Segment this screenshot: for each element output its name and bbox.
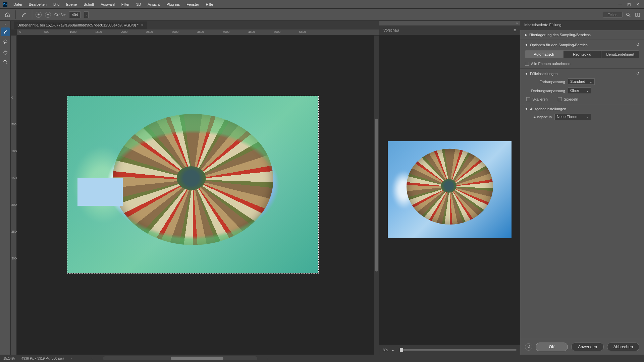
ruler-tick: 1000	[70, 30, 76, 34]
canvas-image	[67, 96, 318, 273]
fill-panel-title: Inhaltsbasierte Füllung	[520, 21, 644, 30]
color-adaptation-dropdown[interactable]: Standard⌄	[568, 78, 595, 85]
lasso-tool[interactable]	[1, 38, 10, 46]
panel-menu-icon[interactable]: ≡	[514, 28, 516, 33]
menu-view[interactable]: Ansicht	[144, 2, 163, 6]
rotation-adaptation-dropdown[interactable]: Ohne⌄	[568, 87, 591, 94]
menu-edit[interactable]: Bearbeiten	[25, 2, 50, 6]
chevron-right-icon[interactable]: ›	[267, 357, 268, 360]
preview-viewport[interactable]	[379, 35, 520, 345]
menu-select[interactable]: Auswahl	[97, 2, 118, 6]
subtract-brush-button[interactable]: −	[45, 12, 51, 18]
sampling-brush-tool[interactable]	[1, 27, 10, 36]
size-dropdown[interactable]: ⌄	[84, 11, 89, 18]
checkbox-scale-label: Skalieren	[532, 97, 548, 101]
document-tab[interactable]: Unbenannt-1 bei 15,1% (7a9f1960ae00dd9fc…	[14, 21, 147, 29]
search-icon[interactable]	[625, 11, 632, 18]
svg-point-0	[627, 13, 629, 16]
size-label: Größe:	[54, 13, 66, 17]
menu-image[interactable]: Bild	[50, 2, 63, 6]
checkbox-scale[interactable]	[526, 97, 530, 101]
section-sampling-overlay: ▶ Überlagerung des Sampling-Bereichs	[520, 30, 644, 40]
checkbox-mirror[interactable]	[558, 97, 562, 101]
zoom-slider[interactable]	[400, 349, 517, 351]
section-header-fill[interactable]: ▼ Fülleinstellungen ↺	[525, 71, 639, 76]
output-to-dropdown[interactable]: Neue Ebene⌄	[554, 114, 591, 120]
ruler-tick: 3500	[197, 30, 204, 34]
ruler-tick: 1500	[95, 30, 102, 34]
menu-3d[interactable]: 3D	[133, 2, 144, 6]
checkbox-all-layers[interactable]	[525, 62, 529, 66]
reset-button[interactable]: ↺	[525, 343, 532, 351]
chevron-down-icon: ▼	[525, 107, 528, 111]
svg-rect-2	[636, 13, 637, 16]
svg-line-6	[6, 63, 7, 64]
workspace-icon[interactable]	[634, 11, 641, 18]
document-tab-strip: Unbenannt-1 bei 15,1% (7a9f1960ae00dd9fc…	[11, 21, 379, 29]
workspace: » Unbenannt-1 bei 15,1% (7a9f1960ae00dd9…	[0, 21, 644, 355]
menu-plugins[interactable]: Plug-ins	[163, 2, 183, 6]
reset-icon[interactable]: ↺	[636, 71, 639, 76]
preview-panel: » Vorschau ≡ 8% ▲	[379, 21, 520, 355]
ruler-tick: 0	[19, 30, 21, 34]
menu-type[interactable]: Schrift	[80, 2, 97, 6]
close-button[interactable]: ✕	[634, 1, 641, 7]
menu-window[interactable]: Fenster	[183, 2, 202, 6]
svg-rect-3	[638, 13, 640, 16]
checkbox-all-layers-label: Alle Ebenen aufnehmen	[531, 62, 570, 66]
scrollbar-vertical[interactable]	[374, 36, 379, 355]
svg-point-4	[4, 40, 7, 43]
size-input[interactable]	[69, 11, 80, 18]
ruler-tick: 5000	[274, 30, 280, 34]
hand-tool[interactable]	[1, 48, 10, 56]
menu-file[interactable]: Datei	[10, 2, 25, 6]
zoom-tool[interactable]	[1, 58, 10, 66]
scrollbar-horizontal[interactable]	[103, 356, 257, 360]
reset-icon[interactable]: ↺	[636, 43, 639, 47]
rotation-adaptation-label: Drehungsanpassung	[525, 89, 565, 93]
status-zoom: 15,14%	[3, 357, 15, 360]
section-header-output[interactable]: ▼ Ausgabeeinstellungen	[525, 107, 639, 111]
section-header-sampling[interactable]: ▼ Optionen für den Sampling-Bereich ↺	[525, 43, 639, 47]
preview-image	[388, 141, 512, 238]
ruler-tick: 4500	[248, 30, 255, 34]
ruler-tick: 3000	[172, 30, 178, 34]
dialog-button-row: ↺ OK Anwenden Abbrechen	[520, 339, 644, 355]
close-icon[interactable]: ×	[141, 23, 144, 27]
preview-footer: 8% ▲	[379, 345, 520, 355]
home-icon[interactable]	[3, 10, 12, 19]
section-sampling-options: ▼ Optionen für den Sampling-Bereich ↺ Au…	[520, 40, 644, 69]
checkbox-mirror-label: Spiegeln	[564, 97, 578, 101]
segment-auto[interactable]: Automatisch	[525, 50, 563, 58]
apply-button[interactable]: Anwenden	[571, 343, 603, 351]
menu-layer[interactable]: Ebene	[63, 2, 80, 6]
share-button[interactable]: Teilen	[603, 12, 623, 18]
section-header-overlay[interactable]: ▶ Überlagerung des Sampling-Bereichs	[525, 33, 639, 37]
menu-help[interactable]: Hilfe	[202, 2, 216, 6]
preview-zoom-value: 8%	[383, 348, 388, 352]
add-brush-button[interactable]: +	[36, 12, 42, 18]
section-fill-settings: ▼ Fülleinstellungen ↺ Farbanpassung Stan…	[520, 69, 644, 104]
section-output-settings: ▼ Ausgabeeinstellungen Ausgabe in Neue E…	[520, 104, 644, 123]
zoom-out-icon[interactable]: ▲	[391, 348, 394, 352]
app-logo: Ps	[3, 2, 7, 7]
canvas-viewport[interactable]	[17, 36, 379, 355]
chevron-left-icon[interactable]: ‹	[92, 357, 93, 360]
segment-rectangular[interactable]: Rechteckig	[563, 50, 601, 58]
minimize-button[interactable]: —	[616, 1, 624, 7]
status-bar: 15,14% 4936 Px x 3319 Px (300 ppi) › ‹ ›	[0, 355, 644, 362]
menubar: Ps Datei Bearbeiten Bild Ebene Schrift A…	[0, 0, 644, 9]
ok-button[interactable]: OK	[536, 343, 568, 351]
ruler-tick: 4000	[223, 30, 229, 34]
segment-custom[interactable]: Benutzerdefiniert	[601, 50, 639, 58]
options-bar: + − Größe: ⌄ Teilen	[0, 9, 644, 21]
color-adaptation-label: Farbanpassung	[525, 80, 565, 84]
chevron-right-icon[interactable]: ›	[70, 357, 71, 360]
ruler-vertical: 0 500 1000 1500 2000 2500 3000	[11, 36, 17, 355]
selection-marquee	[67, 96, 319, 274]
svg-point-5	[4, 60, 6, 63]
maximize-button[interactable]: ◱	[625, 1, 633, 7]
menu-filter[interactable]: Filter	[118, 2, 133, 6]
ruler-tick: 2000	[121, 30, 127, 34]
cancel-button[interactable]: Abbrechen	[607, 343, 639, 351]
